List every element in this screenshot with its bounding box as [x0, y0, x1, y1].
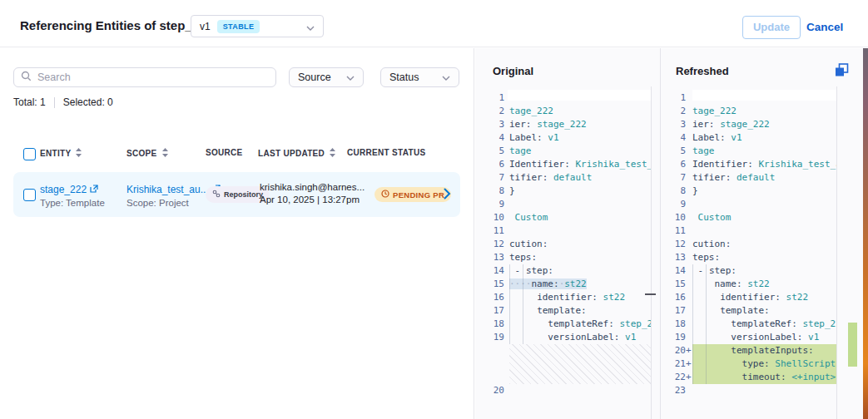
diff-plus-sign: + [686, 371, 692, 384]
line-number: 10 [664, 211, 686, 224]
code-line: 5tage [479, 145, 651, 158]
diff-spacer-hatch [509, 344, 651, 384]
entity-type: Type: Template [40, 198, 105, 208]
entities-panel: Search Source Status Total: 1 Selected: … [0, 48, 474, 419]
diff-panel: Original Refreshed 12tage_2223ier: stage… [475, 48, 868, 419]
diff-plus-sign [686, 318, 692, 331]
line-number: 19 [664, 331, 686, 344]
code-line: 1 [479, 91, 651, 105]
search-input[interactable]: Search [13, 67, 276, 87]
search-icon [21, 70, 32, 85]
entity-link[interactable]: stage_222 [40, 184, 98, 195]
indent-guide [523, 264, 523, 344]
copy-icon[interactable] [835, 63, 849, 81]
line-number: 1 [479, 91, 504, 105]
code-line: 15 name: st22 [664, 278, 836, 291]
row-checkbox[interactable] [23, 189, 36, 201]
select-all-checkbox[interactable] [23, 148, 36, 160]
code-line: 12cution: [664, 238, 836, 251]
code-line: 14 - step: [664, 264, 836, 278]
code-line: 4Label: v1 [479, 131, 651, 145]
source-filter-dropdown[interactable]: Source [289, 67, 364, 87]
total-count: Total: 1 [13, 96, 46, 108]
code-line: 6Identifier: Krishika_test_aut [479, 158, 651, 171]
sort-icon [330, 148, 335, 159]
line-number: 12 [479, 238, 504, 251]
diff-plus-sign [686, 291, 692, 304]
code-line: 4Label: v1 [664, 131, 836, 145]
diff-plus-sign [686, 198, 692, 211]
code-line: 21+ type: ShellScript [664, 357, 836, 371]
status-filter-dropdown[interactable]: Status [380, 67, 459, 87]
line-number: 15 [664, 278, 686, 291]
update-button[interactable]: Update [742, 16, 801, 39]
column-header-scope[interactable]: SCOPE [126, 148, 168, 159]
line-number: 4 [479, 131, 504, 145]
code-line: 23 [664, 384, 836, 397]
sort-icon [76, 148, 82, 159]
external-link-icon [90, 184, 98, 195]
divider [660, 48, 661, 419]
line-number: 9 [479, 198, 504, 211]
code-line: 6Identifier: Krishika_test_aut [664, 158, 836, 171]
column-header-entity[interactable]: ENTITY [40, 148, 82, 159]
line-number: 13 [664, 251, 686, 264]
refreshed-panel-title: Refreshed [676, 65, 729, 77]
code-line: 10 Custom [664, 211, 836, 224]
chevron-down-icon [442, 71, 450, 83]
code-line: 5tage [664, 145, 836, 158]
line-number: 9 [664, 198, 686, 211]
version-select[interactable]: v1 STABLE [191, 15, 324, 37]
diff-plus-sign: + [686, 357, 692, 371]
edge-color-strip [863, 48, 868, 419]
indent-guide [706, 264, 707, 384]
refreshed-code-editor[interactable]: 12tage_2223ier: stage_2224Label: v15tage… [664, 91, 836, 397]
line-number: 3 [664, 118, 686, 131]
diff-plus-sign [686, 238, 692, 251]
code-line: 16 identifier: st22 [479, 291, 651, 304]
status-badge: PENDING PR [374, 187, 451, 202]
expand-row-chevron-icon[interactable] [444, 188, 451, 203]
code-line: 18 templateRef: step_222 [664, 318, 836, 331]
diff-plus-sign [686, 304, 692, 318]
code-line: 8} [479, 185, 651, 198]
code-line: 2tage_222 [664, 105, 836, 118]
line-number: 7 [664, 171, 686, 185]
line-number: 11 [479, 224, 504, 238]
code-line: 22+ timeout: <+input> [664, 371, 836, 384]
cancel-button[interactable]: Cancel [806, 21, 843, 33]
chevron-down-icon [306, 19, 315, 34]
diff-plus-sign [686, 185, 692, 198]
diff-plus-sign [686, 145, 692, 158]
code-line: 1 [664, 91, 836, 105]
diff-plus-sign [686, 91, 692, 105]
line-number: 18 [664, 318, 686, 331]
code-line: 11 [479, 224, 651, 238]
code-line: 17 template: [664, 304, 836, 318]
code-line: 13teps: [664, 251, 836, 264]
selected-count: Selected: 0 [63, 96, 113, 108]
code-line: 3ier: stage_222 [479, 118, 651, 131]
code-line: 17 template: [479, 304, 651, 318]
code-line: 9 [664, 198, 836, 211]
line-number: 12 [664, 238, 686, 251]
scope-sub: Scope: Project [126, 198, 221, 208]
line-number: 18 [479, 318, 504, 331]
diff-plus-sign [686, 171, 692, 185]
indent-guide [509, 264, 510, 344]
column-header-current-status: CURRENT STATUS [347, 148, 425, 157]
indent-guide [692, 264, 693, 384]
table-row[interactable]: stage_222 Type: Template Krishika_test_a… [13, 172, 460, 217]
line-number: 19 [479, 331, 504, 344]
code-line: 12cution: [479, 238, 651, 251]
overview-ruler-added-mark[interactable] [848, 323, 857, 367]
code-line: 11 [664, 224, 836, 238]
original-panel-title: Original [493, 65, 533, 77]
editor-border [836, 86, 837, 419]
column-header-last-updated[interactable]: LAST UPDATED [258, 148, 335, 159]
updated-by: krishika.singh@harnes... [260, 182, 365, 192]
code-line: 8} [664, 185, 836, 198]
source-filter-label: Source [298, 71, 331, 83]
line-number: 16 [479, 291, 504, 304]
original-code-editor[interactable]: 12tage_2223ier: stage_2224Label: v15tage… [479, 91, 651, 397]
